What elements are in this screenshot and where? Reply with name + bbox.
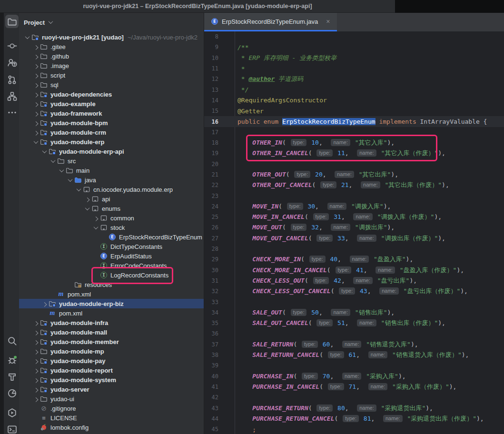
tree-row[interactable]: yudao-module-erp-api (19, 147, 204, 156)
code-line: 10 * ERP 库存明细 - 业务类型枚举 (204, 53, 504, 63)
folder-icon (40, 395, 48, 403)
chevron-right-icon[interactable] (32, 71, 40, 79)
editor-tab[interactable]: E ErpStockRecordBizTypeEnum.java × (204, 13, 337, 31)
tree-row[interactable]: yudao-module-infra (19, 318, 204, 327)
chevron-right-icon[interactable] (32, 328, 40, 336)
chevron-right-icon[interactable] (32, 338, 40, 345)
tree-row[interactable]: mpom.xml (19, 308, 204, 318)
tree-row[interactable]: yudao-module-system (19, 375, 204, 385)
tree-row[interactable]: java (19, 175, 204, 185)
chevron-down-icon[interactable] (49, 157, 57, 165)
chevron-right-icon[interactable] (32, 128, 40, 136)
tree-row[interactable]: yudao-module-pay (19, 356, 204, 365)
tree-row[interactable]: yudao-module-mall (19, 327, 204, 337)
chevron-spacer (32, 404, 40, 412)
tree-row[interactable]: ruoyi-vue-pro-jdk21 [yudao]~/Java/ruoyi-… (19, 32, 204, 42)
tree-row[interactable]: ⊘.gitignore (19, 404, 204, 413)
tree-row[interactable]: yudao-module-report (19, 365, 204, 375)
tree-row[interactable]: enums (19, 204, 204, 213)
chevron-down-icon[interactable] (40, 148, 49, 155)
tree-row[interactable]: mpom.xml (19, 289, 204, 299)
tree-row[interactable]: common (19, 213, 204, 223)
code-token: "销售出库（作废）" (381, 319, 438, 326)
code-token: ( (286, 171, 294, 178)
tree-row[interactable]: IDictTypeConstants (19, 242, 204, 251)
chevron-right-icon[interactable] (32, 43, 40, 50)
tree-row[interactable]: EErpStockRecordBizTypeEnum (19, 232, 204, 242)
tree-row[interactable]: yudao-framework (19, 108, 204, 118)
chevron-right-icon[interactable] (32, 385, 40, 393)
tree-row[interactable]: .gitee (19, 42, 204, 51)
services-icon[interactable] (5, 406, 19, 419)
chevron-right-icon[interactable] (32, 366, 40, 374)
code-line: 15@Getter (204, 106, 504, 116)
tree-row[interactable]: yudao-module-bpm (19, 118, 204, 128)
close-tab-icon[interactable]: × (326, 18, 330, 25)
tree-row[interactable]: yudao-module-member (19, 337, 204, 346)
code-with-me-icon[interactable] (5, 56, 19, 69)
chevron-down-icon[interactable] (66, 176, 74, 184)
chevron-right-icon[interactable] (32, 52, 40, 60)
tree-row[interactable]: api (19, 194, 204, 204)
code-token (237, 383, 252, 390)
tree-row[interactable]: yudao-ui (19, 394, 204, 404)
chevron-right-icon[interactable] (32, 119, 40, 127)
chevron-right-icon[interactable] (92, 214, 100, 222)
project-panel-header[interactable]: Project (19, 13, 204, 32)
commit-icon[interactable] (5, 39, 19, 52)
tree-row[interactable]: yudao-module-mp (19, 346, 204, 356)
chevron-right-icon[interactable] (32, 347, 40, 355)
tree-row[interactable]: yudao-module-crm (19, 128, 204, 137)
chevron-right-icon[interactable] (32, 319, 40, 326)
chevron-down-icon[interactable] (75, 186, 83, 193)
tree-row[interactable]: sql (19, 80, 204, 89)
chevron-right-icon[interactable] (40, 300, 49, 307)
tree-row-label: .gitignore (50, 405, 76, 412)
chevron-down-icon[interactable] (92, 224, 100, 231)
chevron-right-icon[interactable] (32, 376, 40, 384)
code-line: 31 CHECK_LESS_OUT( type: 42, name: "盘亏出库… (204, 276, 504, 286)
chevron-right-icon[interactable] (83, 195, 91, 203)
chevron-down-icon[interactable] (83, 205, 91, 212)
more-icon[interactable] (5, 106, 19, 119)
profiler-icon[interactable] (5, 386, 19, 400)
chevron-right-icon[interactable] (32, 395, 40, 403)
chevron-down-icon[interactable] (58, 167, 66, 174)
code-line: 16public enum ErpStockRecordBizTypeEnum … (204, 116, 504, 127)
debug-icon[interactable] (5, 353, 19, 366)
tree-row[interactable]: .github (19, 51, 204, 61)
code-token: "采购退货出库" (381, 404, 426, 412)
chevron-right-icon[interactable] (32, 81, 40, 89)
tree-row[interactable]: EErpAuditStatus (19, 251, 204, 261)
tree-row[interactable]: main (19, 166, 204, 175)
chevron-right-icon[interactable] (32, 100, 40, 108)
tree-row[interactable]: script (19, 70, 204, 80)
terminal-icon[interactable] (5, 423, 19, 434)
code-token: , (319, 309, 330, 316)
tree-row[interactable]: ≡LICENSE (19, 413, 204, 423)
chevron-right-icon[interactable] (32, 62, 40, 69)
pull-requests-icon[interactable] (5, 73, 19, 86)
tree-row[interactable]: src (19, 156, 204, 166)
tree-row[interactable]: yudao-server (19, 385, 204, 394)
tree-row[interactable]: yudao-dependencies (19, 89, 204, 99)
code-line-content: @RequiredArgsConstructor (218, 97, 327, 104)
tree-row[interactable]: yudao-module-erp-biz (19, 299, 204, 308)
structure-icon[interactable] (5, 89, 19, 103)
chevron-down-icon[interactable] (32, 138, 40, 146)
code-token: , (345, 404, 356, 412)
build-icon[interactable] (5, 370, 19, 383)
tree-row[interactable]: .image (19, 61, 204, 70)
tree-row[interactable]: yudao-example (19, 99, 204, 108)
tree-row[interactable]: stock (19, 223, 204, 232)
search-icon[interactable] (5, 334, 19, 347)
chevron-right-icon[interactable] (32, 357, 40, 365)
chevron-down-icon[interactable] (23, 33, 31, 41)
code-editor[interactable]: 89/**10 * ERP 库存明细 - 业务类型枚举11 *12 * @aut… (204, 31, 504, 434)
tree-row[interactable]: lombok.config (19, 423, 204, 432)
chevron-right-icon[interactable] (32, 109, 40, 117)
project-icon[interactable] (5, 15, 19, 28)
chevron-right-icon[interactable] (32, 90, 40, 98)
tree-row[interactable]: yudao-module-erp (19, 137, 204, 147)
tree-row[interactable]: cn.iocoder.yudao.module.erp (19, 185, 204, 194)
